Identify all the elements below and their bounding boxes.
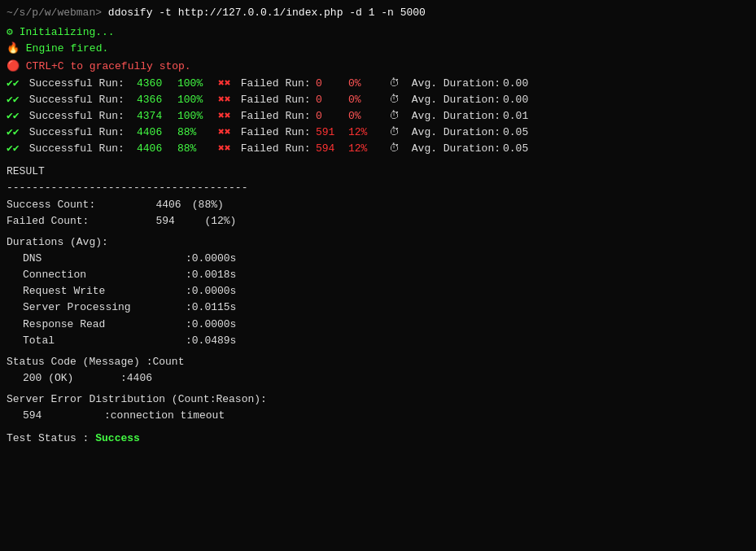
success-pct: 100% [177, 108, 218, 125]
status-code-val: 200 (OK) [23, 370, 120, 387]
avg-label: Avg. Duration: [405, 125, 503, 141]
result-divider: -------------------------------------- [7, 180, 749, 196]
check-icon: ✔✔ [7, 141, 23, 157]
success-pct: 88% [177, 141, 218, 157]
duration-row-4: Response Read:0.0000s [7, 317, 749, 333]
duration-value: :0.0000s [186, 252, 236, 265]
duration-value: :0.0018s [186, 269, 236, 281]
fail-label: Failed Run: [234, 76, 316, 92]
test-status-label: Test Status : [7, 431, 89, 447]
stop-line: 🔴 CTRL+C to gracefully stop. [7, 59, 749, 75]
server-error-heading: Server Error Distribution (Count:Reason)… [7, 391, 749, 408]
test-status-val: Success [89, 431, 139, 447]
duration-label: DNS [23, 251, 186, 267]
run-row-2: ✔✔ Successful Run:4374100%✖✖ Failed Run:… [7, 108, 749, 125]
check-icon: ✔✔ [7, 125, 23, 141]
duration-row-1: Connection:0.0018s [7, 267, 749, 283]
init-line-1: ⚙ Initializing... [7, 24, 749, 41]
avg-label: Avg. Duration: [405, 141, 503, 157]
check-icon: ✔✔ [7, 76, 23, 92]
gear-icon: ⚙ [7, 24, 13, 41]
success-count: 4406 [137, 141, 177, 157]
success-label: Successful Run: [23, 141, 137, 157]
x-icon: ✖✖ [218, 141, 234, 157]
stop-icon: 🔴 [7, 59, 20, 75]
fail-label: Failed Run: [234, 92, 316, 108]
failed-count-pct: (12%) [186, 213, 236, 230]
fail-count: 0 [316, 108, 348, 125]
clock-icon: ⏱ [389, 141, 405, 157]
avg-val: 0.05 [503, 141, 528, 157]
durations-heading: Durations (Avg): [7, 234, 749, 251]
fail-label: Failed Run: [234, 108, 316, 125]
fail-pct: 0% [348, 108, 389, 125]
server-errors-list: 594:connection timeout [7, 408, 749, 424]
command-line: ~/s/p/w/webman> ddosify -t http://127.0.… [7, 5, 749, 21]
duration-row-0: DNS:0.0000s [7, 251, 749, 267]
clock-icon: ⏱ [389, 108, 405, 125]
fail-pct: 12% [348, 125, 389, 141]
init-text: Initializing... [13, 24, 115, 41]
duration-row-2: Request Write:0.0000s [7, 283, 749, 300]
fail-pct: 12% [348, 141, 389, 157]
failed-count-label: Failed Count: [7, 213, 137, 230]
duration-label: Total [23, 333, 186, 349]
success-pct: 88% [177, 125, 218, 141]
fail-pct: 0% [348, 92, 389, 108]
success-count: 4360 [137, 76, 177, 92]
fail-count: 594 [316, 141, 348, 157]
fail-count: 0 [316, 92, 348, 108]
duration-label: Response Read [23, 317, 186, 333]
success-pct: 100% [177, 92, 218, 108]
result-heading: RESULT [7, 164, 749, 180]
check-icon: ✔✔ [7, 92, 23, 108]
success-count: 4366 [137, 92, 177, 108]
success-count: 4374 [137, 108, 177, 125]
duration-label: Request Write [23, 283, 186, 300]
run-row-4: ✔✔ Successful Run:440688%✖✖ Failed Run:5… [7, 141, 749, 157]
run-rows: ✔✔ Successful Run:4360100%✖✖ Failed Run:… [7, 76, 749, 158]
success-count-val: 4406 [137, 197, 186, 213]
status-codes-list: 200 (OK):4406 [7, 370, 749, 387]
clock-icon: ⏱ [389, 125, 405, 141]
duration-label: Server Processing [23, 300, 186, 316]
run-row-1: ✔✔ Successful Run:4366100%✖✖ Failed Run:… [7, 92, 749, 108]
avg-val: 0.00 [503, 92, 528, 108]
x-icon: ✖✖ [218, 92, 234, 108]
success-count-pct: (88%) [186, 197, 224, 213]
avg-label: Avg. Duration: [405, 108, 503, 125]
check-icon: ✔✔ [7, 108, 23, 125]
server-error-reason: :connection timeout [104, 409, 225, 422]
fail-label: Failed Run: [234, 125, 316, 141]
status-code-row-0: 200 (OK):4406 [7, 370, 749, 387]
durations-list: DNS:0.0000sConnection:0.0018sRequest Wri… [7, 251, 749, 349]
fire-icon: 🔥 [7, 41, 20, 57]
stop-text: CTRL+C to gracefully stop. [20, 59, 191, 75]
success-count-label: Success Count: [7, 197, 137, 213]
duration-label: Connection [23, 267, 186, 283]
failed-count-row: Failed Count: 594 (12%) [7, 213, 749, 230]
run-row-0: ✔✔ Successful Run:4360100%✖✖ Failed Run:… [7, 76, 749, 92]
x-icon: ✖✖ [218, 125, 234, 141]
success-count: 4406 [137, 125, 177, 141]
duration-value: :0.0000s [186, 318, 236, 330]
avg-val: 0.01 [503, 108, 528, 125]
duration-row-3: Server Processing:0.0115s [7, 300, 749, 316]
failed-count-val: 594 [137, 213, 186, 230]
fail-count: 591 [316, 125, 348, 141]
duration-row-5: Total:0.0489s [7, 333, 749, 349]
result-section: RESULT ---------------------------------… [7, 164, 749, 447]
duration-value: :0.0489s [186, 335, 236, 347]
avg-val: 0.00 [503, 76, 528, 92]
server-error-count: 594 [23, 408, 104, 424]
status-code-count: :4406 [120, 372, 152, 384]
x-icon: ✖✖ [218, 76, 234, 92]
status-code-heading: Status Code (Message) :Count [7, 354, 749, 370]
init-line-2: 🔥 Engine fired. [7, 41, 749, 57]
avg-val: 0.05 [503, 125, 528, 141]
clock-icon: ⏱ [389, 76, 405, 92]
success-pct: 100% [177, 76, 218, 92]
success-label: Successful Run: [23, 76, 137, 92]
fail-pct: 0% [348, 76, 389, 92]
x-icon: ✖✖ [218, 108, 234, 125]
